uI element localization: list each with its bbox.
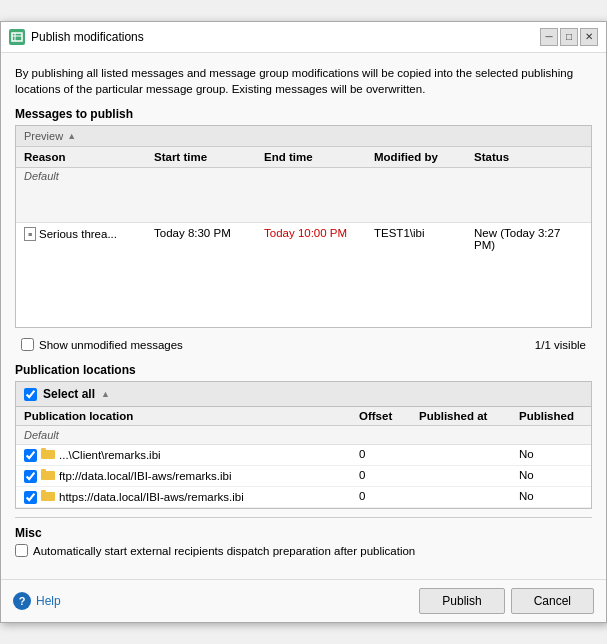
pub-location-checkbox-2[interactable] [24, 491, 37, 504]
cell-published-2: No [511, 487, 591, 508]
cell-start-time: Today 8:30 PM [146, 222, 256, 327]
title-bar: Publish modifications ─ □ ✕ [1, 22, 606, 53]
table-row: ≡ Serious threa... Today 8:30 PM Today 1… [16, 222, 591, 327]
col-header-status: Status [466, 147, 591, 168]
auto-dispatch-row: Automatically start external recipients … [15, 544, 592, 557]
svg-rect-4 [41, 448, 46, 451]
select-all-label: Select all [43, 387, 95, 401]
table-row: ...\Client\remarks.ibi 0 No [16, 445, 591, 466]
doc-icon: ≡ [24, 227, 36, 241]
svg-rect-0 [12, 33, 22, 41]
show-unmodified-checkbox[interactable] [21, 338, 34, 351]
help-label: Help [36, 594, 61, 608]
dialog-description: By publishing all listed messages and me… [15, 65, 592, 97]
preview-label: Preview [24, 130, 63, 142]
cell-modified-by: TEST1\ibi [366, 222, 466, 327]
cell-pubat-2 [411, 487, 511, 508]
help-icon: ? [13, 592, 31, 610]
cell-reason: ≡ Serious threa... [16, 222, 146, 327]
pub-location-checkbox-0[interactable] [24, 449, 37, 462]
cell-pub-location-0: ...\Client\remarks.ibi [16, 445, 351, 466]
cell-pub-location-2: https://data.local/IBI-aws/remarks.ibi [16, 487, 351, 508]
pub-group-row: Default [16, 426, 591, 445]
bottom-bar: ? Help Publish Cancel [1, 579, 606, 622]
col-header-pubat: Published at [411, 407, 511, 426]
window-icon [9, 29, 25, 45]
col-header-reason: Reason [16, 147, 146, 168]
messages-table-container: Preview ▲ Reason Start time End time Mod… [15, 125, 592, 328]
publish-modifications-dialog: Publish modifications ─ □ ✕ By publishin… [0, 21, 607, 623]
messages-table-header-row: Reason Start time End time Modified by S… [16, 147, 591, 168]
cell-published-1: No [511, 466, 591, 487]
show-unmodified-label: Show unmodified messages [39, 339, 183, 351]
col-header-location: Publication location [16, 407, 351, 426]
col-header-modified: Modified by [366, 147, 466, 168]
close-button[interactable]: ✕ [580, 28, 598, 46]
cell-end-time: Today 10:00 PM [256, 222, 366, 327]
cell-published-0: No [511, 445, 591, 466]
pub-table-header-row: Publication location Offset Published at… [16, 407, 591, 426]
svg-rect-6 [41, 469, 46, 472]
messages-footer: Show unmodified messages 1/1 visible [15, 334, 592, 355]
col-header-start: Start time [146, 147, 256, 168]
col-header-offset: Offset [351, 407, 411, 426]
svg-rect-5 [41, 471, 55, 480]
auto-dispatch-checkbox[interactable] [15, 544, 28, 557]
table-row: ftp://data.local/IBI-aws/remarks.ibi 0 N… [16, 466, 591, 487]
messages-group-label: Default [16, 168, 591, 223]
pub-group-label: Default [16, 426, 591, 445]
cell-offset-1: 0 [351, 466, 411, 487]
svg-rect-3 [41, 450, 55, 459]
cell-pubat-1 [411, 466, 511, 487]
messages-group-row: Default [16, 168, 591, 223]
checkbox-cell-2: https://data.local/IBI-aws/remarks.ibi [24, 490, 343, 504]
pub-location-checkbox-1[interactable] [24, 470, 37, 483]
folder-icon-2 [41, 490, 55, 504]
maximize-button[interactable]: □ [560, 28, 578, 46]
preview-header: Preview ▲ [16, 126, 591, 147]
show-unmodified-row: Show unmodified messages [21, 338, 183, 351]
minimize-button[interactable]: ─ [540, 28, 558, 46]
select-all-checkbox[interactable] [24, 388, 37, 401]
dialog-content: By publishing all listed messages and me… [1, 53, 606, 579]
pub-sort-arrow: ▲ [101, 389, 110, 399]
publish-button[interactable]: Publish [419, 588, 504, 614]
window-title: Publish modifications [31, 30, 534, 44]
col-header-end: End time [256, 147, 366, 168]
misc-section: Misc Automatically start external recipi… [15, 526, 592, 557]
publication-section: Publication locations Select all ▲ Publi… [15, 363, 592, 509]
publication-table-container: Publication location Offset Published at… [15, 406, 592, 509]
cell-offset-0: 0 [351, 445, 411, 466]
visible-count: 1/1 visible [535, 339, 586, 351]
help-link[interactable]: ? Help [13, 592, 61, 610]
col-header-published: Published [511, 407, 591, 426]
cell-status: New (Today 3:27 PM) [466, 222, 591, 327]
folder-icon-0 [41, 448, 55, 462]
cell-offset-2: 0 [351, 487, 411, 508]
preview-sort-arrow: ▲ [67, 131, 76, 141]
window-controls: ─ □ ✕ [540, 28, 598, 46]
svg-rect-7 [41, 492, 55, 501]
cancel-button[interactable]: Cancel [511, 588, 594, 614]
folder-icon-1 [41, 469, 55, 483]
cell-pub-location-1: ftp://data.local/IBI-aws/remarks.ibi [16, 466, 351, 487]
checkbox-cell-0: ...\Client\remarks.ibi [24, 448, 343, 462]
action-buttons: Publish Cancel [419, 588, 594, 614]
checkbox-cell-1: ftp://data.local/IBI-aws/remarks.ibi [24, 469, 343, 483]
select-all-header: Select all ▲ [15, 381, 592, 406]
misc-label: Misc [15, 526, 592, 540]
publication-table: Publication location Offset Published at… [16, 407, 591, 508]
misc-divider [15, 517, 592, 518]
publication-section-label: Publication locations [15, 363, 592, 377]
svg-rect-8 [41, 490, 46, 493]
messages-section-label: Messages to publish [15, 107, 592, 121]
cell-pubat-0 [411, 445, 511, 466]
row-icon: ≡ Serious threa... [24, 227, 117, 241]
table-row: https://data.local/IBI-aws/remarks.ibi 0… [16, 487, 591, 508]
messages-table: Reason Start time End time Modified by S… [16, 147, 591, 327]
auto-dispatch-label: Automatically start external recipients … [33, 545, 415, 557]
